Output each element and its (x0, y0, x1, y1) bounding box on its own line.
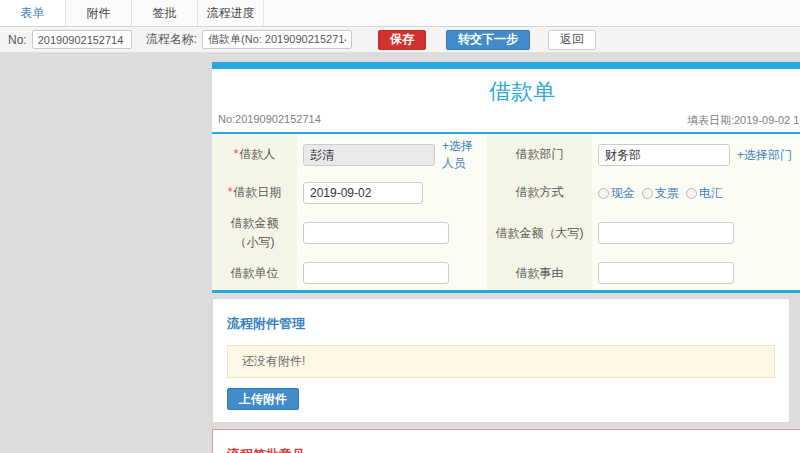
radio-cash-label[interactable]: 现金 (611, 185, 635, 202)
no-attachment-alert: 还没有附件! (227, 345, 775, 378)
loan-method-cell: 现金 支票 电汇 (592, 176, 800, 210)
select-person-link[interactable]: +选择人员 (442, 138, 481, 172)
tab-attachments[interactable]: 附件 (66, 0, 132, 26)
approval-heading: 流程签批意见 (227, 446, 797, 453)
department-input[interactable] (598, 144, 730, 166)
amount-big-cell (592, 210, 800, 256)
form-meta-row: No:20190902152714 填表日期:2019-09-02 15:27:… (212, 111, 800, 132)
amount-big-input[interactable] (598, 222, 734, 244)
page-body: 借款单 No:20190902152714 填表日期:2019-09-02 15… (0, 53, 800, 453)
tab-form[interactable]: 表单 (0, 0, 66, 26)
form-grid: *借款人 +选择人员 借款部门 +选择部门 *借款日期 借款方式 现金 支票 电… (212, 134, 800, 293)
department-label: 借款部门 (487, 134, 592, 176)
radio-wire[interactable] (686, 188, 697, 199)
upload-attachment-button[interactable]: 上传附件 (227, 388, 299, 410)
forward-next-step-button[interactable]: 转交下一步 (446, 30, 530, 50)
department-cell: +选择部门 (592, 134, 800, 176)
attachment-heading: 流程附件管理 (227, 315, 775, 333)
loan-unit-label: 借款单位 (212, 256, 297, 290)
back-button[interactable]: 返回 (548, 30, 596, 50)
borrower-label: *借款人 (212, 134, 297, 176)
no-label: No: (8, 33, 27, 47)
process-name-input[interactable] (202, 30, 352, 49)
loan-date-label: *借款日期 (212, 176, 297, 210)
loan-reason-input[interactable] (598, 262, 734, 284)
attachment-card: 流程附件管理 还没有附件! 上传附件 (212, 298, 790, 423)
amount-small-label: 借款金额（小写) (212, 210, 297, 256)
loan-method-label: 借款方式 (487, 176, 592, 210)
loan-unit-input[interactable] (303, 262, 449, 284)
amount-big-label: 借款金额（大写) (487, 210, 592, 256)
amount-small-input[interactable] (303, 222, 449, 244)
loan-unit-cell (297, 256, 487, 290)
required-mark: * (228, 185, 233, 199)
radio-cash[interactable] (598, 188, 609, 199)
form-title: 借款单 (212, 69, 800, 111)
loan-reason-label: 借款事由 (487, 256, 592, 290)
form-top-bar (212, 62, 800, 69)
loan-date-cell (297, 176, 487, 210)
loan-reason-cell (592, 256, 800, 290)
select-department-link[interactable]: +选择部门 (737, 147, 792, 164)
form-no-text: No:20190902152714 (218, 113, 321, 128)
borrower-cell: +选择人员 (297, 134, 487, 176)
borrower-input[interactable] (303, 144, 435, 166)
tab-progress[interactable]: 流程进度 (198, 0, 264, 26)
no-input[interactable] (32, 30, 132, 49)
action-toolbar: No: 流程名称: 保存 转交下一步 返回 (0, 27, 800, 53)
loan-date-input[interactable] (303, 182, 423, 204)
form-date-text: 填表日期:2019-09-02 15:27:1 (687, 113, 800, 128)
required-mark: * (234, 147, 239, 161)
approval-card: 流程签批意见 B I abc ✎ ⚑ (212, 429, 800, 453)
tab-bar: 表单 附件 签批 流程进度 (0, 0, 800, 27)
radio-wire-label[interactable]: 电汇 (699, 185, 723, 202)
radio-check-label[interactable]: 支票 (655, 185, 679, 202)
loan-form-card: 借款单 No:20190902152714 填表日期:2019-09-02 15… (212, 62, 800, 293)
radio-check[interactable] (642, 188, 653, 199)
process-name-label: 流程名称: (146, 31, 197, 48)
tab-approval[interactable]: 签批 (132, 0, 198, 26)
save-button[interactable]: 保存 (378, 30, 426, 50)
amount-small-cell (297, 210, 487, 256)
